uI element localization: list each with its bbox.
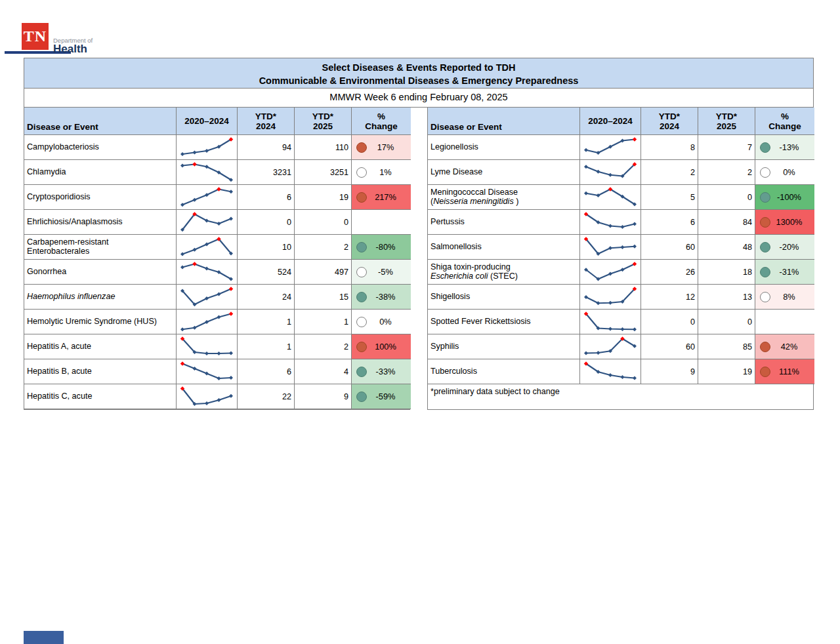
ytd-2025-value: 0: [698, 310, 755, 334]
spark-marker: [633, 244, 637, 248]
spark-marker: [205, 149, 209, 153]
table-row: Meningococcal Disease(Neisseria meningit…: [428, 185, 813, 210]
spark-marker: [229, 216, 233, 220]
ytd-2025-value: 497: [295, 260, 352, 285]
sparkline-cell: [177, 210, 238, 235]
table-row: Pertussis6841300%: [428, 210, 813, 235]
disease-name: Hepatitis A, acute: [24, 334, 177, 359]
pct-change-cell: -59%: [352, 384, 411, 409]
ytd-2025-value: 1: [295, 310, 352, 334]
table-row: Chlamydia323132511%: [24, 160, 410, 185]
change-indicator-orange-dot-icon: [356, 342, 367, 352]
pct-change-value: 1%: [367, 167, 411, 177]
ytd-2025-value: 85: [698, 334, 755, 359]
disease-name: Lyme Disease: [428, 160, 580, 185]
disease-name: Hemolytic Uremic Syndrome (HUS): [24, 310, 177, 334]
sparkline-cell: [580, 285, 641, 310]
spark-marker: [621, 225, 625, 229]
table-row: Ehrlichiosis/Anaplasmosis00: [24, 210, 410, 235]
logo-health: Health: [53, 43, 87, 56]
report-board: Select Diseases & Events Reported to TDH…: [24, 58, 814, 410]
mmwr-week-subtitle: MMWR Week 6 ending February 08, 2025: [24, 89, 814, 108]
tn-logo-icon: TN: [22, 23, 49, 50]
table-row: Campylobacteriosis9411017%: [24, 135, 410, 160]
disease-name-text: Salmonellosis: [430, 242, 482, 251]
ytd-2025-value: 9: [295, 384, 352, 409]
spark-marker: [633, 327, 637, 331]
ytd-2024-value: 0: [641, 310, 698, 334]
pct-change-value: 0%: [367, 317, 411, 327]
col-header-disease: Disease or Event: [24, 108, 177, 135]
disease-name: Hepatitis B, acute: [24, 359, 177, 384]
ytd-2025-value: 19: [698, 359, 755, 384]
pct-change-value: -100%: [770, 192, 814, 202]
ytd-2024-value: 9: [641, 359, 698, 384]
change-indicator-orange-dot-icon: [760, 367, 770, 377]
ytd-2025-value: 2: [295, 334, 352, 359]
col-header-disease: Disease or Event: [428, 108, 580, 135]
pct-change-cell: -20%: [755, 235, 814, 260]
ytd-2024-value: 3231: [238, 160, 295, 185]
spark-marker: [621, 327, 625, 331]
disease-name: Gonorrhea: [24, 260, 177, 285]
change-indicator-green-dot-icon: [356, 392, 367, 402]
spark-marker: [193, 367, 197, 371]
spark-marker: [608, 172, 612, 176]
disease-name-text: Hepatitis C, acute: [27, 392, 92, 401]
ytd-2025-value: 110: [295, 135, 352, 160]
disease-name: Haemophilus influenzae: [24, 285, 177, 310]
sparkline-cell: [580, 210, 641, 235]
disease-name: Carbapenem-resistantEnterobacterales: [24, 235, 177, 260]
bottom-blue-bar: [24, 631, 64, 644]
pct-change-value: -5%: [367, 267, 411, 277]
spark-marker: [229, 393, 233, 397]
pct-change-cell: [352, 210, 411, 235]
ytd-2025-value: 18: [698, 260, 755, 285]
disease-name: Tuberculosis: [428, 359, 580, 384]
sparkline-2020-2024: [582, 212, 639, 233]
sparkline-2020-2024: [582, 137, 639, 158]
pct-change-cell: -33%: [352, 359, 411, 384]
sparkline-cell: [580, 160, 641, 185]
spark-marker: [633, 222, 637, 226]
disease-name: Cryptosporidiosis: [24, 185, 177, 210]
spark-marker: [193, 197, 197, 201]
spark-marker: [217, 222, 221, 226]
spark-marker: [621, 245, 625, 249]
table-header-row: Disease or Event2020–2024YTD*2024YTD*202…: [428, 108, 813, 135]
disease-name-text: (STEC): [488, 272, 518, 281]
col-header-ytd-2024: YTD*2024: [641, 108, 698, 135]
table-row: Hemolytic Uremic Syndrome (HUS)110%: [24, 310, 410, 334]
change-indicator-green-dot-icon: [356, 292, 367, 302]
pct-change-cell: -5%: [352, 260, 411, 285]
spark-marker: [608, 327, 612, 331]
disease-name: Chlamydia: [24, 160, 177, 185]
sparkline-cell: [580, 310, 641, 334]
disease-name-text: Cryptosporidiosis: [27, 192, 91, 201]
sparkline-2020-2024: [582, 361, 639, 382]
spark-marker: [180, 252, 184, 256]
table-row: Spotted Fever Rickettsiosis00: [428, 310, 813, 334]
change-indicator-green-dot-icon: [760, 267, 770, 277]
disease-name-text: Enterobacterales: [27, 247, 89, 256]
table-row: Syphilis608542%: [428, 334, 813, 359]
pct-change-value: -20%: [770, 242, 814, 252]
spark-marker: [217, 376, 221, 380]
spark-marker: [608, 300, 612, 304]
disease-name-text: Chlamydia: [27, 167, 66, 176]
ytd-2024-value: 0: [238, 210, 295, 235]
pct-change-cell: 100%: [352, 334, 411, 359]
change-indicator-orange-dot-icon: [760, 217, 770, 228]
sparkline-cell: [177, 384, 238, 409]
spark-marker: [584, 165, 588, 169]
spark-marker: [633, 376, 637, 380]
pct-change-value: -38%: [367, 292, 411, 302]
sparkline-2020-2024: [582, 262, 639, 283]
disease-name: Syphilis: [428, 334, 580, 359]
table-row: Carbapenem-resistantEnterobacterales102-…: [24, 235, 410, 260]
disease-table-left: Disease or Event2020–2024YTD*2024YTD*202…: [24, 108, 410, 410]
pct-change-value: 1300%: [770, 217, 814, 227]
pct-change-cell: 1%: [352, 160, 411, 185]
sparkline-2020-2024: [582, 162, 639, 183]
sparkline-2020-2024: [178, 386, 235, 407]
